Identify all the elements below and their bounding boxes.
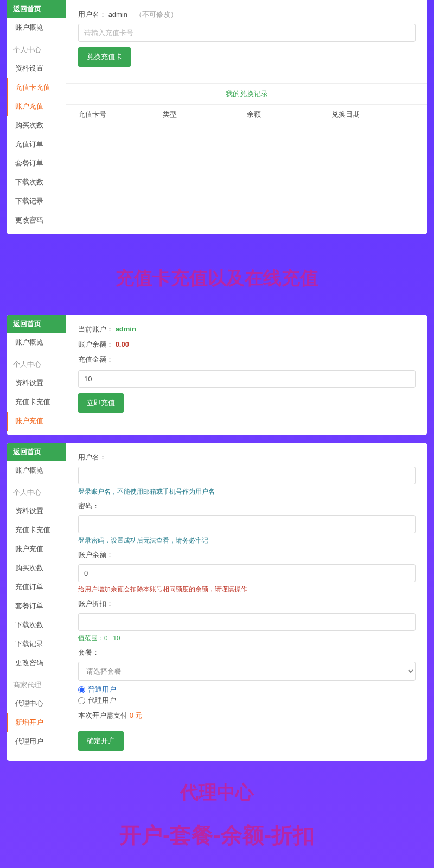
balance-label: 账户余额： <box>78 340 113 348</box>
sidebar-section-personal: 个人中心 <box>7 37 66 59</box>
return-home-button-2[interactable]: 返回首页 <box>7 315 66 333</box>
col-type: 类型 <box>163 110 247 119</box>
current-account-label: 当前账户： <box>78 325 113 333</box>
col-date: 兑换日期 <box>331 110 416 119</box>
sidebar-item-download-records[interactable]: 下载记录 <box>7 192 66 211</box>
sidebar-item-profile[interactable]: 资料设置 <box>7 59 66 78</box>
p3-discount-label: 账户折扣： <box>78 599 416 609</box>
p3-username-input[interactable] <box>78 467 416 484</box>
radio-agent-user-label: 代理用户 <box>88 696 116 705</box>
records-table-header: 充值卡号 类型 余额 兑换日期 <box>78 105 416 125</box>
sidebar-item-recharge-orders[interactable]: 充值订单 <box>7 135 66 154</box>
sidebar-item-overview[interactable]: 账户概览 <box>7 18 66 37</box>
sidebar-item-download-count-3[interactable]: 下载次数 <box>7 616 66 635</box>
return-home-button[interactable]: 返回首页 <box>7 0 66 18</box>
sidebar-item-agent-center[interactable]: 代理中心 <box>7 694 66 713</box>
recharge-now-button[interactable]: 立即充值 <box>78 393 124 413</box>
sidebar-item-change-pwd-3[interactable]: 更改密码 <box>7 654 66 673</box>
radio-agent-user[interactable] <box>78 697 85 704</box>
sidebar-item-overview-3[interactable]: 账户概览 <box>7 461 66 480</box>
redeem-card-button[interactable]: 兑换充值卡 <box>78 47 131 67</box>
sidebar-panel3: 返回首页 账户概览 个人中心 资料设置 充值卡充值 账户充值 购买次数 充值订单… <box>7 443 66 761</box>
sidebar-panel2: 返回首页 账户概览 个人中心 资料设置 充值卡充值 账户充值 <box>7 315 66 435</box>
sidebar-item-agent-users[interactable]: 代理用户 <box>7 732 66 751</box>
card-number-input[interactable] <box>78 24 416 42</box>
sidebar-item-new-account[interactable]: 新增开户 <box>7 713 66 732</box>
sidebar-item-account-recharge-2[interactable]: 账户充值 <box>7 412 66 431</box>
sidebar-item-package-orders-3[interactable]: 套餐订单 <box>7 597 66 616</box>
p3-balance-input[interactable] <box>78 564 416 582</box>
p3-package-label: 套餐： <box>78 648 416 658</box>
sidebar-item-purchase-count[interactable]: 购买次数 <box>7 116 66 135</box>
sidebar-panel1: 返回首页 账户概览 个人中心 资料设置 充值卡充值 账户充值 购买次数 充值订单… <box>7 0 66 234</box>
sidebar-item-account-recharge-3[interactable]: 账户充值 <box>7 540 66 559</box>
sidebar-item-card-recharge-3[interactable]: 充值卡充值 <box>7 521 66 540</box>
sidebar-item-change-pwd[interactable]: 更改密码 <box>7 211 66 230</box>
amount-input[interactable] <box>78 370 416 388</box>
caption-agent-center: 代理中心 <box>7 768 427 817</box>
p3-discount-hint: 值范围：0 - 10 <box>78 634 416 642</box>
sidebar-item-purchase-count-3[interactable]: 购买次数 <box>7 559 66 578</box>
username-note: （不可修改） <box>135 10 177 18</box>
pay-value: 0 <box>130 711 133 719</box>
records-title: 我的兑换记录 <box>66 83 427 105</box>
sidebar-item-profile-2[interactable]: 资料设置 <box>7 374 66 393</box>
pay-unit: 元 <box>135 711 142 719</box>
current-account-value: admin <box>116 325 136 333</box>
p3-password-label: 密码： <box>78 501 416 511</box>
p3-username-label: 用户名： <box>78 452 416 462</box>
sidebar-item-profile-3[interactable]: 资料设置 <box>7 502 66 521</box>
username-label: 用户名： <box>78 10 106 20</box>
p3-username-hint: 登录账户名，不能使用邮箱或手机号作为用户名 <box>78 488 416 496</box>
col-balance: 余额 <box>247 110 331 119</box>
sidebar-item-card-recharge[interactable]: 充值卡充值 <box>7 78 66 97</box>
amount-label: 充值金额： <box>78 355 416 365</box>
p3-balance-label: 账户余额： <box>78 550 416 560</box>
p3-discount-input[interactable] <box>78 613 416 631</box>
radio-normal-user[interactable] <box>78 686 85 693</box>
sidebar-item-package-orders[interactable]: 套餐订单 <box>7 154 66 173</box>
return-home-button-3[interactable]: 返回首页 <box>7 443 66 461</box>
balance-value: 0.00 <box>116 340 129 348</box>
sidebar-item-download-count[interactable]: 下载次数 <box>7 173 66 192</box>
sidebar-item-overview-2[interactable]: 账户概览 <box>7 333 66 352</box>
sidebar-item-card-recharge-2[interactable]: 充值卡充值 <box>7 393 66 412</box>
radio-normal-user-label: 普通用户 <box>88 685 116 694</box>
sidebar-section-merchant-agent: 商家代理 <box>7 673 66 694</box>
caption-recharge: 充值卡充值以及在线充值 <box>7 242 427 315</box>
p3-package-select[interactable]: 请选择套餐 <box>78 662 416 681</box>
sidebar-section-personal-3: 个人中心 <box>7 480 66 502</box>
confirm-open-account-button[interactable]: 确定开户 <box>78 731 124 751</box>
panel2-content: 当前账户： admin 账户余额： 0.00 充值金额： 立即充值 <box>66 315 427 435</box>
username-value: admin <box>108 10 127 18</box>
sidebar-section-personal-2: 个人中心 <box>7 352 66 374</box>
pay-label: 本次开户需支付 <box>78 711 127 719</box>
p3-balance-hint: 给用户增加余额会扣除本账号相同额度的余额，请谨慎操作 <box>78 585 416 593</box>
sidebar-item-account-recharge[interactable]: 账户充值 <box>7 97 66 116</box>
caption-open-account: 开户-套餐-余额-折扣 <box>7 817 427 868</box>
p3-password-hint: 登录密码，设置成功后无法查看，请务必牢记 <box>78 537 416 545</box>
panel1-content: 用户名： admin （不可修改） 兑换充值卡 我的兑换记录 充值卡号 类型 余… <box>66 0 427 234</box>
col-card-no: 充值卡号 <box>78 110 163 119</box>
sidebar-item-recharge-orders-3[interactable]: 充值订单 <box>7 578 66 597</box>
sidebar-item-download-records-3[interactable]: 下载记录 <box>7 635 66 654</box>
p3-password-input[interactable] <box>78 515 416 533</box>
panel3-content: 用户名： 登录账户名，不能使用邮箱或手机号作为用户名 密码： 登录密码，设置成功… <box>66 443 427 761</box>
